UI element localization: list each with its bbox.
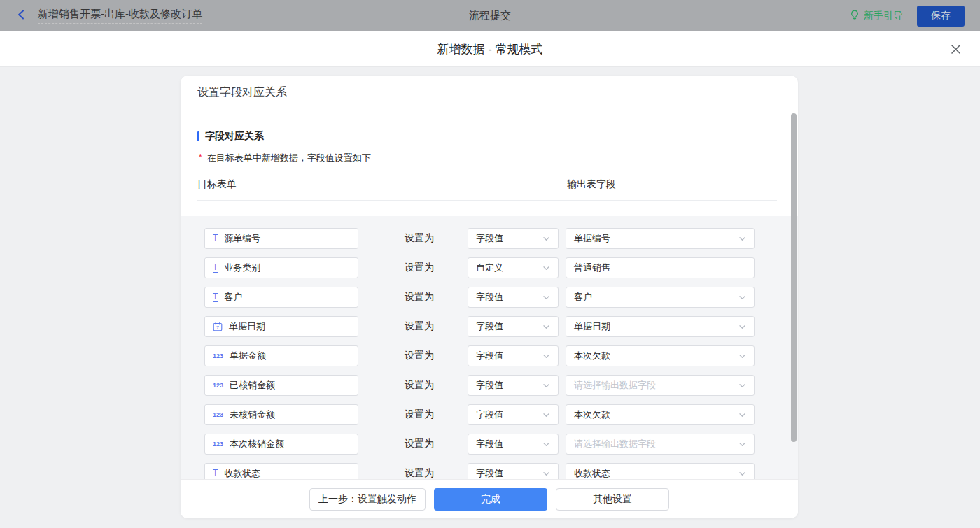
field-mapping-row: T 7 123 未核销金额 设置为 字段值 本次欠款 (181, 400, 798, 429)
output-field-value: 单据编号 (574, 232, 610, 245)
set-as-label: 设置为 (405, 350, 435, 362)
target-field-box[interactable]: T 7 123 单据金额 (204, 345, 358, 366)
card-header: 设置字段对应关系 (181, 76, 798, 110)
lightbulb-icon (850, 10, 860, 22)
number-field-icon: 123 (213, 352, 223, 359)
modal-title: 新增数据 - 常规模式 (437, 41, 542, 57)
value-mode-selected: 字段值 (476, 291, 503, 304)
set-as-label: 设置为 (405, 379, 435, 392)
value-mode-select[interactable]: 字段值 (468, 228, 559, 249)
set-as-label: 设置为 (405, 320, 435, 333)
chevron-left-icon (15, 8, 28, 24)
required-mark: * (199, 152, 202, 162)
target-field-label: 单据日期 (229, 320, 265, 333)
value-mode-select[interactable]: 字段值 (468, 404, 559, 425)
set-as-label: 设置为 (405, 262, 435, 274)
value-mode-selected: 字段值 (476, 320, 503, 333)
output-field-value: 请选择输出数据字段 (574, 438, 656, 450)
output-field-select[interactable]: 请选择输出数据字段 (566, 375, 755, 396)
output-field-select[interactable]: 客户 (566, 287, 755, 308)
set-as-label: 设置为 (405, 232, 435, 245)
done-button[interactable]: 完成 (434, 488, 547, 511)
target-field-box[interactable]: T 7 123 业务类别 (204, 257, 358, 278)
chevron-down-icon (542, 441, 550, 448)
chevron-down-icon (738, 470, 746, 478)
set-as-label: 设置为 (405, 467, 435, 480)
output-field-select[interactable]: 请选择输出数据字段 (566, 434, 755, 455)
target-field-label: 源单编号 (224, 232, 260, 245)
field-mapping-row: T 7 123 客户 设置为 字段值 客户 (181, 283, 798, 312)
value-mode-selected: 字段值 (476, 408, 503, 421)
chevron-down-icon (542, 352, 550, 360)
output-field-value: 客户 (574, 291, 592, 304)
value-mode-select[interactable]: 字段值 (468, 375, 559, 396)
field-mapping-row: T 7 123 业务类别 设置为 自定义 普通销售 (181, 253, 798, 283)
modal-header: 新增数据 - 常规模式 (0, 31, 980, 67)
value-mode-select[interactable]: 字段值 (468, 345, 559, 366)
field-mapping-row: T 7 123 单据日期 设置为 字段值 单据日期 (181, 312, 798, 341)
number-field-icon: 123 (213, 411, 223, 418)
output-field-select[interactable]: 单据日期 (566, 316, 755, 337)
chevron-down-icon (542, 294, 550, 301)
section-title: 字段对应关系 (197, 130, 781, 143)
target-field-box[interactable]: T 7 123 源单编号 (204, 228, 358, 249)
beginner-guide-link[interactable]: 新手引导 (850, 10, 903, 22)
chevron-down-icon (738, 441, 746, 448)
card-footer: 上一步：设置触发动作 完成 其他设置 (181, 479, 798, 518)
chevron-down-icon (542, 470, 550, 478)
output-field-select[interactable]: 本次欠款 (566, 345, 755, 366)
vertical-scrollbar-thumb[interactable] (791, 113, 797, 442)
number-field-icon: 123 (213, 382, 223, 389)
value-mode-selected: 字段值 (476, 232, 503, 245)
chevron-down-icon (738, 235, 746, 243)
section-title-label: 字段对应关系 (205, 130, 264, 143)
output-field-select[interactable]: 普通销售 (566, 257, 755, 278)
target-field-box[interactable]: T 7 123 未核销金额 (204, 404, 358, 425)
previous-step-button[interactable]: 上一步：设置触发动作 (309, 488, 426, 511)
value-mode-selected: 字段值 (476, 350, 503, 362)
target-field-box[interactable]: T 7 123 本次核销金额 (204, 434, 358, 455)
output-field-select[interactable]: 本次欠款 (566, 404, 755, 425)
chevron-down-icon (542, 264, 550, 272)
value-mode-select[interactable]: 字段值 (468, 287, 559, 308)
value-mode-selected: 字段值 (476, 467, 503, 480)
set-as-label: 设置为 (405, 408, 435, 421)
other-settings-button[interactable]: 其他设置 (556, 488, 669, 511)
save-button[interactable]: 保存 (917, 6, 965, 27)
text-field-icon: T (213, 234, 218, 243)
field-mapping-card: 设置字段对应关系 字段对应关系 * 在目标表单中新增数据，字段值设置如下 目标表… (181, 76, 798, 518)
modal-body: 设置字段对应关系 字段对应关系 * 在目标表单中新增数据，字段值设置如下 目标表… (0, 67, 980, 528)
note-text: 在目标表单中新增数据，字段值设置如下 (207, 152, 371, 164)
field-rows: T 7 123 源单编号 设置为 字段值 单据编号 T 7 123 (181, 216, 798, 499)
target-field-box[interactable]: T 7 123 单据日期 (204, 316, 358, 337)
target-field-box[interactable]: T 7 123 客户 (204, 287, 358, 308)
back-button[interactable] (15, 8, 28, 24)
output-field-value: 单据日期 (574, 320, 610, 333)
column-header-target-form: 目标表单 (197, 178, 237, 191)
target-field-box[interactable]: T 7 123 已核销金额 (204, 375, 358, 396)
target-field-label: 收款状态 (224, 467, 260, 480)
chevron-down-icon (542, 235, 550, 243)
value-mode-select[interactable]: 字段值 (468, 434, 559, 455)
target-field-label: 业务类别 (224, 262, 260, 274)
note-line: * 在目标表单中新增数据，字段值设置如下 (199, 152, 781, 164)
value-mode-select[interactable]: 自定义 (468, 257, 559, 278)
output-field-value: 本次欠款 (574, 408, 610, 421)
number-field-icon: 123 (213, 441, 223, 448)
close-icon[interactable] (948, 42, 962, 56)
flow-title[interactable]: 新增销售开票-出库-收款及修改订单 (38, 8, 202, 24)
chevron-down-icon (542, 411, 550, 419)
chevron-down-icon (738, 294, 746, 301)
chevron-down-icon (738, 411, 746, 419)
set-as-label: 设置为 (405, 438, 435, 450)
target-field-label: 客户 (224, 291, 242, 304)
text-field-icon: T (213, 292, 218, 302)
date-field-icon: 7 (213, 322, 223, 331)
set-as-label: 设置为 (405, 291, 435, 304)
output-field-value: 普通销售 (574, 262, 610, 274)
card-body: 字段对应关系 * 在目标表单中新增数据，字段值设置如下 目标表单 输出表字段 T… (181, 130, 798, 499)
text-field-icon: T (213, 469, 218, 478)
value-mode-select[interactable]: 字段值 (468, 316, 559, 337)
output-field-select[interactable]: 单据编号 (566, 228, 755, 249)
chevron-down-icon (738, 323, 746, 331)
